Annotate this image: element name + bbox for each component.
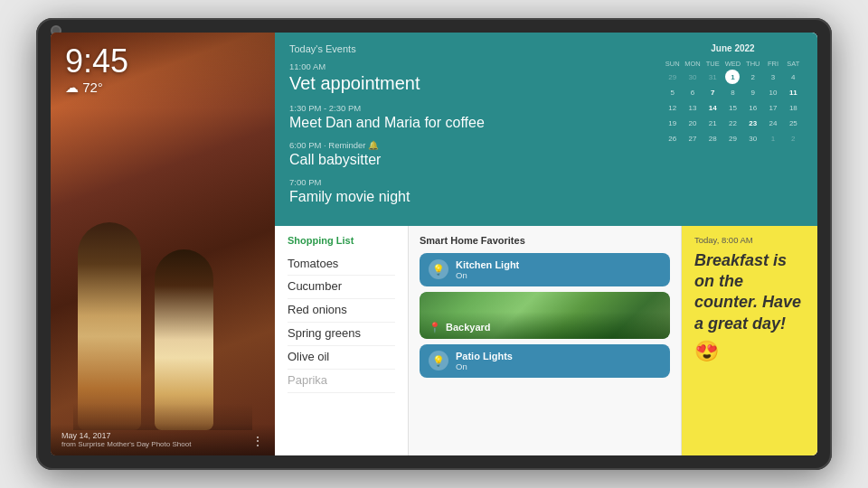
smart-device-backyard[interactable]: 📍 Backyard bbox=[420, 292, 670, 339]
cal-day[interactable]: 1 bbox=[766, 131, 780, 145]
cal-day[interactable]: 20 bbox=[685, 116, 700, 130]
backyard-name: Backyard bbox=[446, 322, 491, 333]
patio-light-status: On bbox=[456, 361, 661, 371]
smart-device-patio[interactable]: 💡 Patio Lights On bbox=[420, 344, 670, 378]
kitchen-light-icon: 💡 bbox=[429, 259, 448, 279]
event-item-3[interactable]: 6:00 PM · Reminder 🔔 Call babysitter bbox=[289, 140, 648, 168]
cal-day[interactable]: 18 bbox=[786, 100, 800, 115]
backyard-pin-icon: 📍 bbox=[429, 322, 441, 333]
event-item-4[interactable]: 7:00 PM Family movie night bbox=[289, 177, 648, 205]
cal-day[interactable]: 21 bbox=[705, 116, 720, 130]
cal-day[interactable]: 22 bbox=[725, 116, 740, 130]
cal-day[interactable]: 11 bbox=[786, 85, 800, 99]
weather-display: ☁ 72° bbox=[65, 80, 260, 96]
patio-light-icon: 💡 bbox=[429, 351, 448, 371]
shopping-item-1[interactable]: Tomatoes bbox=[288, 253, 395, 277]
device-frame: 9:45 ☁ 72° May 14, 2017 from Surprise Mo… bbox=[36, 18, 832, 470]
cal-day[interactable]: 6 bbox=[685, 85, 700, 99]
widgets-row: Shopping List Tomatoes Cucumber Red onio… bbox=[275, 226, 817, 455]
event-time-2: 1:30 PM - 2:30 PM bbox=[289, 103, 648, 113]
cal-header-wed: WED bbox=[723, 59, 742, 69]
shopping-item-6[interactable]: Paprika bbox=[288, 370, 395, 393]
photo-album: from Surprise Mother's Day Photo Shoot bbox=[61, 440, 191, 448]
shopping-widget: Shopping List Tomatoes Cucumber Red onio… bbox=[275, 226, 409, 455]
event-time-3: 6:00 PM · Reminder 🔔 bbox=[289, 140, 648, 150]
kitchen-light-info: Kitchen Light On bbox=[456, 259, 661, 280]
event-item-1[interactable]: 11:00 AM Vet appointment bbox=[289, 61, 648, 94]
photo-menu-dots[interactable]: ⋮ bbox=[251, 434, 264, 448]
cal-day[interactable]: 9 bbox=[746, 85, 760, 99]
cal-header-tue: TUE bbox=[703, 59, 722, 69]
cal-day[interactable]: 15 bbox=[725, 100, 740, 115]
events-list: Today's Events 11:00 AM Vet appointment … bbox=[289, 43, 648, 215]
cal-header-thu: THU bbox=[743, 59, 762, 69]
cal-day[interactable]: 10 bbox=[766, 85, 780, 99]
smarthome-widget: Smart Home Favorites 💡 Kitchen Light On bbox=[409, 226, 682, 455]
device-screen: 9:45 ☁ 72° May 14, 2017 from Surprise Mo… bbox=[51, 33, 817, 455]
shopping-item-5[interactable]: Olive oil bbox=[288, 346, 395, 370]
cal-day[interactable]: 5 bbox=[665, 85, 680, 99]
backyard-label: 📍 Backyard bbox=[429, 322, 491, 333]
cal-day[interactable]: 30 bbox=[746, 131, 760, 145]
sticky-text: Breakfast is on the counter. Have a grea… bbox=[694, 250, 805, 335]
cal-day[interactable]: 26 bbox=[665, 131, 680, 145]
cal-day[interactable]: 27 bbox=[685, 131, 700, 145]
cal-day[interactable]: 28 bbox=[705, 131, 720, 145]
calendar-header: June 2022 bbox=[663, 43, 803, 53]
mini-calendar: June 2022 SUN MON TUE WED THU FRI SAT 29… bbox=[663, 43, 803, 215]
cal-day[interactable]: 17 bbox=[766, 100, 780, 115]
time-display: 9:45 bbox=[65, 45, 260, 78]
sticky-note-widget: Today, 8:00 AM Breakfast is on the count… bbox=[682, 226, 817, 455]
event-item-2[interactable]: 1:30 PM - 2:30 PM Meet Dan and Maria for… bbox=[289, 103, 648, 131]
cal-day[interactable]: 4 bbox=[786, 70, 800, 84]
cal-day[interactable]: 2 bbox=[786, 131, 800, 145]
cal-day[interactable]: 3 bbox=[766, 70, 780, 84]
event-title-4: Family movie night bbox=[289, 188, 648, 205]
cal-header-sun: SUN bbox=[663, 59, 682, 69]
cal-day[interactable]: 29 bbox=[665, 70, 680, 84]
photo-overlay-bottom: May 14, 2017 from Surprise Mother's Day … bbox=[51, 424, 275, 455]
smart-device-kitchen[interactable]: 💡 Kitchen Light On bbox=[420, 253, 670, 286]
patio-light-name: Patio Lights bbox=[456, 351, 661, 361]
cal-header-sat: SAT bbox=[784, 59, 803, 69]
kitchen-light-status: On bbox=[456, 270, 661, 280]
cal-day[interactable]: 24 bbox=[766, 116, 780, 130]
event-title-2: Meet Dan and Maria for coffee bbox=[289, 114, 648, 131]
shopping-item-3[interactable]: Red onions bbox=[288, 299, 395, 323]
sticky-emoji: 😍 bbox=[694, 340, 805, 363]
smarthome-title: Smart Home Favorites bbox=[420, 235, 670, 246]
cal-day[interactable]: 12 bbox=[665, 100, 680, 115]
photo-date: May 14, 2017 bbox=[61, 431, 191, 440]
shopping-item-4[interactable]: Spring greens bbox=[288, 323, 395, 346]
photo-overlay-top: 9:45 ☁ 72° bbox=[51, 33, 275, 108]
cal-day[interactable]: 7 bbox=[705, 85, 720, 99]
cal-day[interactable]: 23 bbox=[746, 116, 760, 130]
photo-panel: 9:45 ☁ 72° May 14, 2017 from Surprise Mo… bbox=[51, 33, 275, 455]
cal-day[interactable]: 8 bbox=[725, 85, 740, 99]
cal-day[interactable]: 13 bbox=[685, 100, 700, 115]
event-time-1: 11:00 AM bbox=[289, 61, 648, 71]
calendar-grid: SUN MON TUE WED THU FRI SAT 29 30 31 1 2… bbox=[663, 59, 803, 145]
cal-day[interactable]: 29 bbox=[725, 131, 740, 145]
event-time-4: 7:00 PM bbox=[289, 177, 648, 187]
cal-header-fri: FRI bbox=[763, 59, 782, 69]
cal-day[interactable]: 30 bbox=[685, 70, 700, 84]
cal-day[interactable]: 2 bbox=[746, 70, 760, 84]
cal-header-mon: MON bbox=[683, 59, 702, 69]
cal-day[interactable]: 16 bbox=[746, 100, 760, 115]
cal-day[interactable]: 31 bbox=[705, 70, 720, 84]
right-panel: Today's Events 11:00 AM Vet appointment … bbox=[275, 33, 817, 455]
kitchen-light-name: Kitchen Light bbox=[456, 259, 661, 270]
shopping-item-2[interactable]: Cucumber bbox=[288, 276, 395, 299]
event-title-3: Call babysitter bbox=[289, 151, 648, 168]
shopping-list-title: Shopping List bbox=[288, 235, 395, 246]
events-title: Today's Events bbox=[289, 43, 648, 54]
event-title-1: Vet appointment bbox=[289, 72, 648, 94]
patio-light-info: Patio Lights On bbox=[456, 351, 661, 371]
cal-day[interactable]: 14 bbox=[705, 100, 720, 115]
events-section: Today's Events 11:00 AM Vet appointment … bbox=[275, 33, 817, 226]
cal-day[interactable]: 25 bbox=[786, 116, 800, 130]
sticky-date: Today, 8:00 AM bbox=[694, 235, 805, 245]
cal-day[interactable]: 19 bbox=[665, 116, 680, 130]
cal-day-today[interactable]: 1 bbox=[725, 70, 740, 84]
